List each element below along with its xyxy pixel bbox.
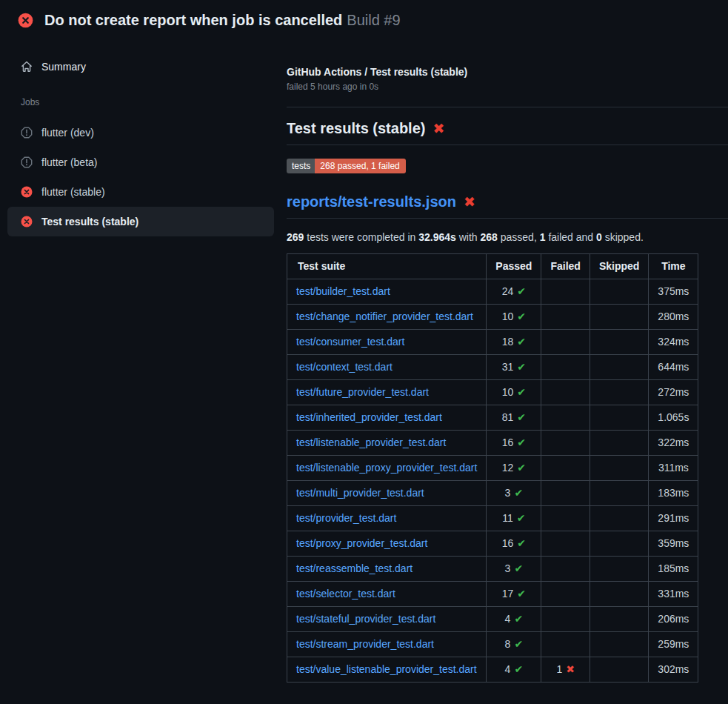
table-row: test/proxy_provider_test.dart 16✔ 359ms <box>287 531 698 557</box>
sidebar-item-label: Test results (stable) <box>41 216 138 228</box>
time-value: 375ms <box>649 279 698 305</box>
check-icon: ✔ <box>514 487 523 499</box>
passed-cell: 3✔ <box>487 557 541 582</box>
failed-cell <box>541 632 590 657</box>
test-suite-link[interactable]: test/proxy_provider_test.dart <box>296 537 427 549</box>
test-suite-link[interactable]: test/multi_provider_test.dart <box>296 487 424 499</box>
passed-count: 11 <box>502 512 513 524</box>
divider <box>287 107 728 107</box>
test-suite-cell: test/listenable_provider_test.dart <box>287 431 487 456</box>
skipped-cell <box>590 456 648 481</box>
test-suite-link[interactable]: test/change_notifier_provider_test.dart <box>296 311 473 322</box>
workflow-breadcrumb: GitHub Actions / Test results (stable) <box>287 66 728 78</box>
skipped-cell <box>590 607 648 632</box>
sidebar-item-label: flutter (beta) <box>41 156 97 168</box>
passed-cell: 31✔ <box>487 355 541 380</box>
skipped-cell <box>590 557 648 582</box>
results-table: Test suite Passed Failed Skipped Time te… <box>287 253 698 683</box>
time-value: 302ms <box>649 657 698 683</box>
passed-cell: 81✔ <box>487 405 541 431</box>
failed-cell <box>541 557 590 582</box>
check-icon: ✔ <box>514 562 523 574</box>
passed-cell: 17✔ <box>487 582 541 607</box>
sidebar-item-flutter-beta[interactable]: flutter (beta) <box>7 147 274 177</box>
cancelled-icon <box>21 127 33 139</box>
table-row: test/consumer_test.dart 18✔ 324ms <box>287 330 698 355</box>
passed-count: 81 <box>502 411 514 423</box>
jobs-section-label: Jobs <box>21 96 274 108</box>
test-suite-link[interactable]: test/stream_provider_test.dart <box>296 638 434 650</box>
passed-count: 16 <box>502 436 514 448</box>
test-suite-cell: test/proxy_provider_test.dart <box>287 531 487 557</box>
sidebar-item-flutter-stable[interactable]: flutter (stable) <box>7 177 274 207</box>
time-value: 183ms <box>649 481 698 506</box>
test-suite-link[interactable]: test/selector_test.dart <box>296 588 395 600</box>
home-icon <box>21 61 33 73</box>
passed-count: 10 <box>502 386 514 398</box>
test-suite-cell: test/builder_test.dart <box>287 279 487 305</box>
test-suite-link[interactable]: test/builder_test.dart <box>296 285 390 297</box>
test-suite-cell: test/consumer_test.dart <box>287 330 487 355</box>
time-value: 280ms <box>649 305 698 330</box>
section-heading-text: Test results (stable) <box>287 120 425 137</box>
test-suite-cell: test/provider_test.dart <box>287 506 487 531</box>
time-value: 311ms <box>649 456 698 481</box>
skipped-cell <box>590 330 648 355</box>
sidebar-item-test-results-stable[interactable]: Test results (stable) <box>7 207 274 236</box>
test-suite-link[interactable]: test/future_provider_test.dart <box>296 386 429 398</box>
test-suite-cell: test/listenable_proxy_provider_test.dart <box>287 456 487 481</box>
passed-count: 17 <box>502 588 514 600</box>
check-icon: ✔ <box>517 311 526 322</box>
test-suite-link[interactable]: test/provider_test.dart <box>296 512 396 524</box>
skipped-cell <box>590 355 648 380</box>
failed-cell <box>541 279 590 305</box>
skipped-cell <box>590 380 648 405</box>
total-count: 269 <box>287 231 304 243</box>
check-icon: ✔ <box>517 285 526 297</box>
skipped-cell <box>590 531 648 557</box>
passed-count: 18 <box>502 336 514 348</box>
sidebar-item-flutter-dev[interactable]: flutter (dev) <box>7 118 274 147</box>
summary-text: passed, <box>498 231 540 243</box>
report-file-link[interactable]: reports/test-results.json <box>287 193 456 210</box>
page-title: Do not create report when job is cancell… <box>44 12 401 29</box>
passed-cell: 16✔ <box>487 531 541 557</box>
test-suite-link[interactable]: test/value_listenable_provider_test.dart <box>296 663 477 675</box>
failed-count: 1 <box>540 231 546 243</box>
failed-cell: 1✖ <box>541 657 590 683</box>
column-header-test-suite: Test suite <box>287 254 487 279</box>
test-suite-link[interactable]: test/listenable_proxy_provider_test.dart <box>296 462 477 474</box>
results-table-body: test/builder_test.dart 24✔ 375ms test/ch… <box>287 279 698 683</box>
passed-cell: 12✔ <box>487 456 541 481</box>
fail-x-icon: ✖ <box>464 195 475 209</box>
sidebar-item-summary[interactable]: Summary <box>7 52 274 82</box>
total-time: 32.964s <box>418 231 456 243</box>
passed-count: 12 <box>502 462 514 474</box>
passed-cell: 10✔ <box>487 380 541 405</box>
column-header-failed: Failed <box>541 254 590 279</box>
test-suite-link[interactable]: test/consumer_test.dart <box>296 336 404 348</box>
check-icon: ✔ <box>517 411 526 423</box>
time-value: 272ms <box>649 380 698 405</box>
passed-count: 8 <box>505 638 511 650</box>
table-row: test/value_listenable_provider_test.dart… <box>287 657 698 683</box>
skipped-cell <box>590 582 648 607</box>
test-suite-link[interactable]: test/inherited_provider_test.dart <box>296 411 442 423</box>
test-suite-link[interactable]: test/context_test.dart <box>296 361 393 373</box>
column-header-passed: Passed <box>487 254 541 279</box>
table-row: test/context_test.dart 31✔ 644ms <box>287 355 698 380</box>
test-suite-link[interactable]: test/stateful_provider_test.dart <box>296 613 435 625</box>
time-value: 291ms <box>649 506 698 531</box>
fail-x-icon: ✖ <box>433 122 444 136</box>
test-suite-link[interactable]: test/listenable_provider_test.dart <box>296 436 446 448</box>
failed-cell <box>541 531 590 557</box>
summary-text: tests were completed in <box>304 231 418 243</box>
main-content: GitHub Actions / Test results (stable) f… <box>281 39 728 683</box>
test-suite-link[interactable]: test/reassemble_test.dart <box>296 562 413 574</box>
failed-cell <box>541 405 590 431</box>
passed-cell: 11✔ <box>487 506 541 531</box>
check-icon: ✔ <box>517 588 526 600</box>
failed-icon <box>21 216 33 228</box>
passed-cell: 4✔ <box>487 607 541 632</box>
passed-cell: 8✔ <box>487 632 541 657</box>
